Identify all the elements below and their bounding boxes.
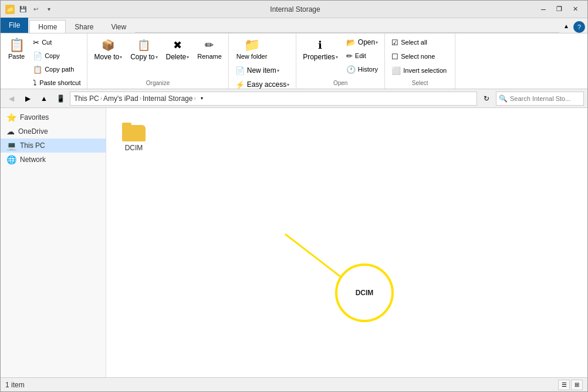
tab-home[interactable]: Home bbox=[29, 20, 66, 33]
cut-button[interactable]: ✂ Cut bbox=[30, 36, 83, 49]
path-segment-ipad: Amy's iPad bbox=[103, 94, 138, 103]
path-sep-3: › bbox=[194, 95, 195, 102]
close-button[interactable]: ✕ bbox=[567, 4, 583, 15]
paste-shortcut-icon: ⤵ bbox=[33, 79, 37, 87]
copy-to-label: Copy to ▾ bbox=[130, 53, 157, 61]
sidebar-item-label-network: Network bbox=[20, 156, 46, 164]
favorites-icon: ⭐ bbox=[6, 113, 16, 122]
sidebar-item-label-favorites: Favorites bbox=[20, 113, 49, 121]
select-all-button[interactable]: ☑ Select all bbox=[388, 36, 430, 49]
delete-button[interactable]: ✖ Delete ▾ bbox=[163, 36, 192, 64]
restore-button[interactable]: ❐ bbox=[552, 4, 567, 15]
rename-button[interactable]: ✏ Rename bbox=[194, 36, 225, 63]
properties-label: Properties ▾ bbox=[303, 53, 338, 61]
forward-button[interactable]: ▶ bbox=[21, 92, 35, 106]
annotation-circle: DCIM bbox=[335, 263, 394, 322]
title-bar-left: 📁 💾 ↩ ▾ bbox=[5, 4, 55, 15]
quick-save-button[interactable]: 💾 bbox=[17, 4, 29, 15]
cut-icon: ✂ bbox=[33, 38, 39, 47]
sidebar-item-favorites[interactable]: ⭐ Favorites bbox=[1, 110, 106, 124]
select-none-button[interactable]: ☐ Select none bbox=[388, 50, 438, 63]
sidebar-item-network[interactable]: 🌐 Network bbox=[1, 153, 106, 167]
new-folder-icon: 📁 bbox=[244, 39, 260, 52]
edit-label: Edit bbox=[355, 52, 366, 59]
move-to-label: Move to ▾ bbox=[94, 53, 122, 61]
sidebar: ⭐ Favorites ☁ OneDrive 💻 This PC 🌐 Netwo… bbox=[1, 108, 106, 377]
delete-label: Delete ▾ bbox=[166, 53, 190, 61]
search-icon: 🔍 bbox=[499, 94, 508, 103]
paste-label: Paste bbox=[8, 53, 25, 60]
view-details-button[interactable]: ☰ bbox=[558, 380, 570, 390]
open-button[interactable]: 📂 Open ▾ bbox=[343, 36, 381, 49]
tab-share[interactable]: Share bbox=[66, 20, 102, 33]
quick-access-toolbar: 💾 ↩ ▾ bbox=[17, 4, 55, 15]
search-box: 🔍 bbox=[496, 92, 584, 106]
window-title: Internal Storage bbox=[55, 5, 536, 13]
ribbon-tabs: File Home Share View ▲ ? bbox=[1, 18, 587, 33]
properties-button[interactable]: ℹ Properties ▾ bbox=[300, 36, 341, 64]
select-all-label: Select all bbox=[401, 39, 427, 46]
address-path[interactable]: This PC › Amy's iPad › Internal Storage … bbox=[70, 92, 477, 106]
status-item-count: 1 item bbox=[5, 381, 25, 389]
folder-dcim[interactable]: DCIM bbox=[118, 119, 150, 156]
history-label: History bbox=[358, 66, 378, 73]
copy-to-button[interactable]: 📋 Copy to ▾ bbox=[127, 36, 160, 64]
select-content: ☑ Select all ☐ Select none ⬜ Invert sele… bbox=[388, 36, 450, 77]
sidebar-item-thispc[interactable]: 💻 This PC bbox=[1, 138, 106, 153]
up-button[interactable]: ▲ bbox=[37, 92, 51, 106]
window-icon: 📁 bbox=[5, 5, 15, 14]
minimize-button[interactable]: ─ bbox=[536, 4, 551, 15]
move-to-arrow: ▾ bbox=[120, 55, 122, 60]
delete-icon: ✖ bbox=[173, 39, 182, 52]
move-to-button[interactable]: 📦 Move to ▾ bbox=[91, 36, 125, 64]
sidebar-item-label-thispc: This PC bbox=[20, 141, 45, 150]
folder-label: DCIM bbox=[125, 144, 143, 152]
ribbon: 📋 Paste ✂ Cut 📄 Copy 📋 Copy path bbox=[1, 33, 587, 89]
copy-to-arrow: ▾ bbox=[156, 55, 158, 60]
history-button[interactable]: 🕐 History bbox=[343, 63, 381, 76]
ribbon-up-button[interactable]: ▲ bbox=[559, 19, 573, 33]
paste-button[interactable]: 📋 Paste bbox=[4, 36, 29, 63]
quick-dropdown-button[interactable]: ▾ bbox=[43, 4, 55, 15]
paste-shortcut-button[interactable]: ⤵ Paste shortcut bbox=[30, 76, 83, 89]
search-input[interactable] bbox=[510, 95, 588, 102]
new-item-button[interactable]: 📄 New item ▾ bbox=[232, 64, 282, 77]
copy-button[interactable]: 📄 Copy bbox=[30, 49, 83, 62]
copy-icon: 📄 bbox=[33, 52, 42, 60]
ribbon-group-new: 📁 New folder 📄 New item ▾ ⚡ Easy access bbox=[229, 33, 296, 89]
tab-file[interactable]: File bbox=[1, 18, 28, 33]
window-controls: ─ ❐ ✕ bbox=[536, 4, 583, 15]
select-none-label: Select none bbox=[401, 53, 435, 60]
file-area: DCIM DCIM bbox=[106, 108, 587, 377]
device-icon-button[interactable]: 📱 bbox=[53, 92, 67, 106]
easy-access-icon: ⚡ bbox=[235, 80, 245, 89]
new-item-arrow: ▾ bbox=[277, 68, 279, 73]
copy-to-icon: 📋 bbox=[137, 39, 150, 52]
open-actions: 📂 Open ▾ ✏ Edit 🕐 History bbox=[343, 36, 381, 76]
view-tiles-button[interactable]: ⊞ bbox=[571, 380, 583, 390]
ribbon-help-button[interactable]: ? bbox=[573, 21, 585, 33]
invert-selection-button[interactable]: ⬜ Invert selection bbox=[388, 64, 450, 77]
sidebar-item-label-onedrive: OneDrive bbox=[18, 127, 48, 136]
ribbon-group-open: ℹ Properties ▾ 📂 Open ▾ bbox=[296, 33, 385, 89]
copy-label: Copy bbox=[45, 52, 60, 59]
copy-path-button[interactable]: 📋 Copy path bbox=[30, 63, 83, 76]
address-dropdown-button[interactable]: ▾ bbox=[197, 94, 207, 103]
tab-view[interactable]: View bbox=[102, 20, 135, 33]
sidebar-item-onedrive[interactable]: ☁ OneDrive bbox=[1, 124, 106, 138]
properties-icon: ℹ bbox=[318, 39, 322, 52]
new-folder-button[interactable]: 📁 New folder bbox=[232, 36, 272, 63]
onedrive-icon: ☁ bbox=[6, 127, 15, 136]
refresh-button[interactable]: ↻ bbox=[479, 92, 494, 106]
back-button[interactable]: ◀ bbox=[4, 92, 18, 106]
new-item-label: New item ▾ bbox=[247, 66, 279, 75]
path-segment-storage: Internal Storage bbox=[143, 94, 192, 103]
edit-button[interactable]: ✏ Edit bbox=[343, 49, 381, 62]
network-icon: 🌐 bbox=[6, 155, 16, 164]
new-content: 📁 New folder 📄 New item ▾ ⚡ Easy access bbox=[232, 36, 292, 91]
delete-arrow: ▾ bbox=[187, 55, 189, 60]
ribbon-group-select: ☑ Select all ☐ Select none ⬜ Invert sele… bbox=[385, 33, 455, 89]
address-bar: ◀ ▶ ▲ 📱 This PC › Amy's iPad › Internal … bbox=[1, 89, 587, 108]
quick-undo-button[interactable]: ↩ bbox=[30, 4, 42, 15]
easy-access-arrow: ▾ bbox=[287, 82, 289, 87]
